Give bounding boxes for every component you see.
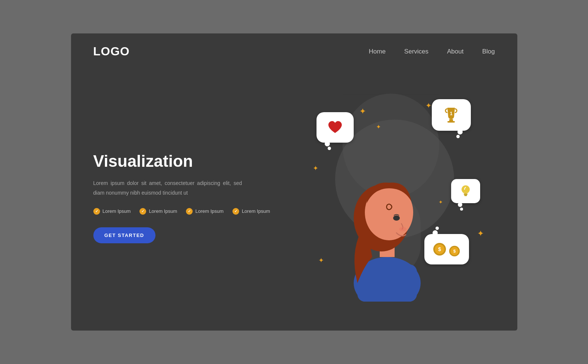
bubble-tail-lightbulb bbox=[458, 202, 462, 207]
svg-rect-13 bbox=[357, 264, 417, 302]
logo: LOGO bbox=[93, 45, 130, 58]
coin-icon-2: $ bbox=[449, 245, 460, 257]
check-icon-2 bbox=[139, 208, 146, 215]
coin-icon-1: $ bbox=[433, 242, 447, 256]
star-6: ✦ bbox=[318, 256, 324, 264]
svg-text:$: $ bbox=[453, 248, 456, 253]
bubble-tail-heart bbox=[325, 141, 330, 146]
get-started-button[interactable]: GET STARTED bbox=[93, 227, 155, 243]
svg-point-18 bbox=[399, 227, 407, 231]
bubble-tail-heart-2 bbox=[328, 147, 331, 150]
nav-links: Home Services About Blog bbox=[369, 48, 495, 55]
star-7: ✦ bbox=[438, 199, 443, 205]
nav-about[interactable]: About bbox=[447, 48, 463, 55]
nav-home[interactable]: Home bbox=[369, 48, 385, 55]
bubble-lightbulb bbox=[451, 179, 480, 203]
star-2: ✦ bbox=[376, 123, 381, 130]
checklist-item-1: Lorem Ipsum bbox=[93, 208, 131, 215]
svg-point-17 bbox=[393, 215, 400, 221]
check-icon-1 bbox=[93, 208, 100, 215]
navbar: LOGO Home Services About Blog bbox=[71, 33, 517, 69]
bubble-tail-money-2 bbox=[436, 227, 439, 230]
bubble-money: $ $ bbox=[424, 234, 469, 264]
bubble-tail-trophy bbox=[457, 129, 463, 134]
hero-right: 1 bbox=[294, 77, 495, 311]
checklist-label-2: Lorem Ipsum bbox=[149, 208, 177, 214]
hero-title: Visualization bbox=[93, 152, 294, 170]
svg-rect-3 bbox=[447, 121, 455, 123]
nav-blog[interactable]: Blog bbox=[482, 48, 495, 55]
bubble-tail-trophy-2 bbox=[456, 135, 460, 138]
bubble-tail-lightbulb-2 bbox=[460, 208, 463, 211]
checklist-label-3: Lorem Ipsum bbox=[195, 208, 224, 214]
svg-rect-2 bbox=[449, 119, 453, 121]
check-icon-3 bbox=[186, 208, 193, 215]
star-3: ✦ bbox=[425, 101, 432, 110]
check-icon-4 bbox=[232, 208, 239, 215]
star-5: ✦ bbox=[477, 229, 484, 238]
nav-services[interactable]: Services bbox=[404, 48, 428, 55]
heart-icon bbox=[328, 121, 343, 134]
checklist-item-3: Lorem Ipsum bbox=[186, 208, 224, 215]
checklist-item-4: Lorem Ipsum bbox=[232, 208, 270, 215]
checklist-label-1: Lorem Ipsum bbox=[103, 208, 131, 214]
hero-section: Visualization Lorem ipsum dolor sit amet… bbox=[71, 69, 517, 311]
bubble-trophy: 1 bbox=[432, 99, 471, 131]
star-4: ✦ bbox=[313, 164, 318, 172]
checklist-label-4: Lorem Ipsum bbox=[242, 208, 270, 214]
hero-description: Lorem ipsum dolor sit amet, consectetuer… bbox=[93, 179, 242, 197]
hero-left: Visualization Lorem ipsum dolor sit amet… bbox=[93, 144, 294, 243]
lightbulb-icon bbox=[459, 184, 472, 198]
illustration-area: 1 bbox=[298, 86, 491, 302]
checklist: Lorem Ipsum Lorem Ipsum Lorem Ipsum Lore… bbox=[93, 208, 294, 215]
trophy-icon: 1 bbox=[442, 106, 460, 124]
bubble-tail-money bbox=[433, 230, 438, 235]
svg-point-5 bbox=[462, 185, 470, 194]
svg-text:1: 1 bbox=[450, 111, 452, 116]
bubble-heart bbox=[317, 112, 354, 143]
checklist-item-2: Lorem Ipsum bbox=[139, 208, 177, 215]
svg-text:$: $ bbox=[438, 246, 441, 252]
star-1: ✦ bbox=[359, 107, 366, 116]
page-card: LOGO Home Services About Blog Visualizat… bbox=[71, 33, 517, 331]
character-svg bbox=[339, 123, 436, 302]
